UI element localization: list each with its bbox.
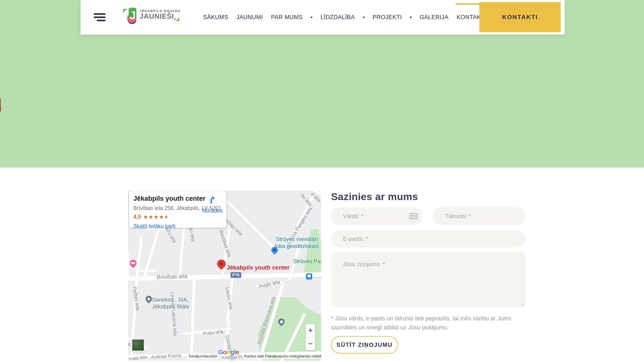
monument-label: Strūves meridiān loka ģeodēziskais [270, 236, 321, 249]
place-rating: 4,5 ★★★★★ ★★★★★ [133, 213, 222, 220]
map-street-label: Brīvības iela [157, 273, 188, 281]
directions-icon [207, 195, 216, 205]
message-textarea[interactable] [331, 252, 526, 307]
google-logo[interactable]: Google [218, 349, 239, 356]
logo-bracket-top-left-icon [123, 9, 127, 12]
nav-item-sakums[interactable]: SĀKUMS [203, 0, 228, 34]
hamburger-menu-icon[interactable] [94, 13, 106, 22]
nav-item-lidzdaliba[interactable]: LĪDZDALĪBA [320, 0, 355, 34]
nav-dot [363, 16, 364, 18]
directions-label: Norādes [202, 208, 222, 214]
contact-autofill-icon[interactable] [410, 213, 418, 219]
nav-item-projekti[interactable]: PROJEKTI [373, 0, 402, 34]
map-street-label: Andreja Porma [151, 353, 181, 360]
nav-dot [311, 16, 312, 18]
map-zoom-control: + − [306, 324, 315, 350]
email-input[interactable] [331, 230, 526, 248]
nav-item-galerija[interactable]: GALERIJA [420, 0, 449, 34]
nav-item-par-mums[interactable]: PAR MUMS [271, 0, 303, 34]
header: J JĒKABPILS NOVADA JAUNIEŠI , SĀKUMS JAU… [80, 0, 564, 34]
logo-text: JĒKABPILS NOVADA JAUNIEŠI , [140, 8, 181, 20]
contact-form: Sazinies ar mums * Jūsu vārds, e-pasts u… [331, 191, 526, 202]
rating-stars-icon: ★★★★★ ★★★★★ [143, 214, 169, 220]
form-disclaimer: * Jūsu vārds, e-pasts un tālrunis tiek p… [331, 314, 526, 332]
phone-input[interactable] [433, 207, 526, 225]
zoom-in-button[interactable]: + [306, 324, 315, 337]
map-street-label: Augļu iela [258, 279, 280, 289]
submit-button[interactable]: SŪTĪT ZIŅOJUMU [331, 336, 398, 354]
map-street-label: Pelītes iela [132, 286, 140, 311]
google-map[interactable]: Brīvības iela Robežu iela Gulbju iela Pe… [128, 191, 321, 361]
site-logo[interactable]: J JĒKABPILS NOVADA JAUNIEŠI , [123, 8, 181, 24]
logo-monogram: J [129, 8, 136, 22]
logo-comma: , [174, 14, 176, 20]
map-data-label: Kartes dati [243, 353, 265, 359]
business-label: Sanekss , SIA, Jēkabpils filiāle [152, 296, 190, 310]
map-street-label: Puķu iela [203, 329, 224, 337]
name-input[interactable] [331, 207, 422, 225]
form-heading: Sazinies ar mums [331, 191, 526, 202]
directions-control[interactable]: Norādes [202, 195, 222, 214]
satellite-view-toggle[interactable] [132, 339, 145, 352]
keyboard-shortcuts-link[interactable]: Īsinājumtaustiņi [188, 353, 218, 359]
kontakti-cta-button[interactable]: KONTAKTI [479, 2, 561, 32]
nav-item-jaunumi[interactable]: JAUNUMI [236, 0, 263, 34]
terms-link[interactable]: Pakalpojumu sniegšanas noteikumi [264, 353, 321, 359]
edge-artifact [0, 98, 1, 111]
map-road [128, 253, 130, 281]
rating-value: 4,5 [133, 213, 141, 220]
view-larger-map-link[interactable]: Skatīt lielāku karti [133, 223, 222, 229]
nav-dot [410, 16, 412, 18]
logo-brand-main: JAUNIEŠI [140, 13, 174, 20]
bus-station-icon[interactable] [306, 273, 312, 280]
red-label-fragment: Īc [128, 342, 130, 347]
logo-j-mark-icon: J [127, 8, 137, 24]
map-road [190, 278, 196, 361]
zoom-out-button[interactable]: − [306, 337, 315, 351]
road-badge-p76: P76 [230, 272, 241, 278]
park-label: Strūves Par [293, 258, 321, 265]
youth-center-map-label: Jēkabpils youth center [227, 264, 290, 271]
map-road [140, 270, 157, 272]
main-nav: SĀKUMS JAUNUMI PAR MUMS LĪDZDALĪBA PROJE… [203, 0, 486, 34]
map-info-card: Jēkabpils youth center Brīvības iela 258… [129, 191, 226, 228]
logo-bracket-bottom-right-icon [176, 18, 179, 21]
